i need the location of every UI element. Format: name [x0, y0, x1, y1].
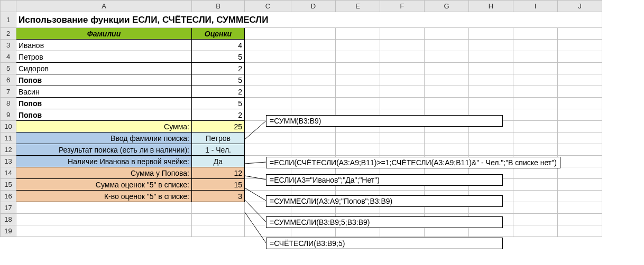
cell[interactable]: [558, 51, 602, 63]
cell[interactable]: [425, 51, 469, 63]
cell[interactable]: [469, 144, 513, 156]
cell[interactable]: [558, 63, 602, 74]
row-header-6[interactable]: 6: [1, 74, 16, 86]
cell[interactable]: [513, 121, 558, 132]
row-header-11[interactable]: 11: [1, 132, 16, 144]
cell[interactable]: [513, 109, 558, 121]
cell[interactable]: [425, 132, 469, 144]
cell[interactable]: [558, 132, 602, 144]
row-header-10[interactable]: 10: [1, 121, 16, 132]
student-name[interactable]: Васин: [16, 86, 192, 98]
col-header-H[interactable]: H: [469, 1, 513, 12]
cell[interactable]: [425, 40, 469, 51]
cell[interactable]: [16, 202, 192, 214]
student-name[interactable]: Попов: [16, 109, 192, 121]
cell[interactable]: [513, 144, 558, 156]
cell[interactable]: [291, 132, 336, 144]
cell[interactable]: [558, 121, 602, 132]
cell[interactable]: [245, 63, 291, 74]
col-header-J[interactable]: J: [558, 1, 602, 12]
cell[interactable]: [380, 28, 425, 40]
col-header-I[interactable]: I: [513, 1, 558, 12]
cell[interactable]: [336, 98, 380, 109]
student-name[interactable]: Попов: [16, 98, 192, 109]
cell[interactable]: [16, 214, 192, 225]
student-name[interactable]: Попов: [16, 74, 192, 86]
count-grade5-label[interactable]: К-во оценок "5" в списке:: [16, 191, 192, 202]
col-header-G[interactable]: G: [425, 1, 469, 12]
student-grade[interactable]: 4: [192, 40, 245, 51]
header-surname[interactable]: Фамилии: [16, 28, 192, 40]
row-header-16[interactable]: 16: [1, 191, 16, 202]
cell[interactable]: [245, 144, 291, 156]
student-grade[interactable]: 2: [192, 109, 245, 121]
student-grade[interactable]: 2: [192, 86, 245, 98]
cell[interactable]: [425, 98, 469, 109]
cell[interactable]: [291, 28, 336, 40]
cell[interactable]: [245, 86, 291, 98]
sum-popov-label[interactable]: Сумма у Попова:: [16, 167, 192, 179]
cell[interactable]: [558, 225, 602, 237]
col-header-C[interactable]: C: [245, 1, 291, 12]
cell[interactable]: [336, 132, 380, 144]
cell[interactable]: [336, 28, 380, 40]
cell[interactable]: [291, 40, 336, 51]
cell[interactable]: [513, 225, 558, 237]
cell[interactable]: [558, 109, 602, 121]
cell[interactable]: [513, 63, 558, 74]
cell[interactable]: [291, 74, 336, 86]
row-header-12[interactable]: 12: [1, 144, 16, 156]
cell[interactable]: [469, 74, 513, 86]
cell[interactable]: [380, 144, 425, 156]
cell[interactable]: [513, 214, 558, 225]
cell[interactable]: [16, 225, 192, 237]
row-header-5[interactable]: 5: [1, 63, 16, 74]
student-grade[interactable]: 2: [192, 63, 245, 74]
cell[interactable]: [291, 86, 336, 98]
cell[interactable]: [380, 63, 425, 74]
sum-popov-value[interactable]: 12: [192, 167, 245, 179]
ivanov-check-value[interactable]: Да: [192, 156, 245, 167]
cell[interactable]: [469, 132, 513, 144]
input-surname-label[interactable]: Ввод фамилии поиска:: [16, 132, 192, 144]
row-header-17[interactable]: 17: [1, 202, 16, 214]
cell[interactable]: [380, 98, 425, 109]
cell[interactable]: [245, 51, 291, 63]
cell[interactable]: [513, 51, 558, 63]
sum-label[interactable]: Сумма:: [16, 121, 192, 132]
row-header-8[interactable]: 8: [1, 98, 16, 109]
cell[interactable]: [425, 63, 469, 74]
cell[interactable]: [425, 144, 469, 156]
search-result-value[interactable]: 1 - Чел.: [192, 144, 245, 156]
cell[interactable]: [380, 74, 425, 86]
cell[interactable]: [469, 98, 513, 109]
cell[interactable]: [192, 202, 245, 214]
ivanov-check-label[interactable]: Наличие Иванова в первой ячейке:: [16, 156, 192, 167]
row-header-1[interactable]: 1: [1, 12, 16, 28]
cell[interactable]: [513, 74, 558, 86]
cell[interactable]: [513, 179, 558, 191]
cell[interactable]: [336, 51, 380, 63]
sum-grade5-label[interactable]: Сумма оценок "5" в списке:: [16, 179, 192, 191]
cell[interactable]: [469, 63, 513, 74]
cell[interactable]: [469, 40, 513, 51]
cell[interactable]: [558, 86, 602, 98]
cell[interactable]: [291, 144, 336, 156]
cell[interactable]: [558, 40, 602, 51]
cell[interactable]: [469, 86, 513, 98]
student-name[interactable]: Петров: [16, 51, 192, 63]
cell[interactable]: [336, 86, 380, 98]
cell[interactable]: [513, 40, 558, 51]
row-header-18[interactable]: 18: [1, 214, 16, 225]
cell[interactable]: [513, 86, 558, 98]
student-grade[interactable]: 5: [192, 51, 245, 63]
cell[interactable]: [425, 74, 469, 86]
cell[interactable]: [513, 132, 558, 144]
cell[interactable]: [558, 214, 602, 225]
sum-value[interactable]: 25: [192, 121, 245, 132]
cell[interactable]: [336, 74, 380, 86]
cell[interactable]: [291, 98, 336, 109]
cell[interactable]: [469, 51, 513, 63]
input-surname-value[interactable]: Петров: [192, 132, 245, 144]
cell[interactable]: [336, 144, 380, 156]
